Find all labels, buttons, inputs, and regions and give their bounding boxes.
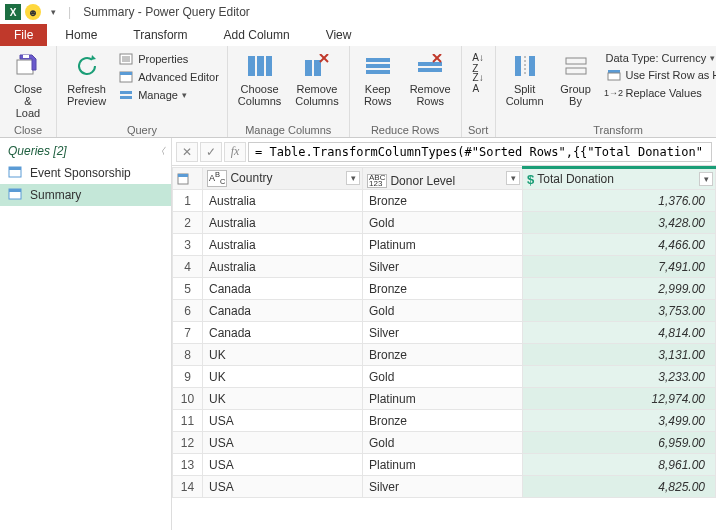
cell-level[interactable]: Platinum <box>363 234 523 256</box>
cell-country[interactable]: USA <box>203 454 363 476</box>
split-column-button[interactable]: Split Column <box>502 49 548 109</box>
query-item[interactable]: Summary <box>0 184 171 206</box>
cell-donation[interactable]: 2,999.00 <box>523 278 716 300</box>
cell-donation[interactable]: 8,961.00 <box>523 454 716 476</box>
sort-asc-button[interactable]: A↓Z <box>468 55 488 71</box>
cell-level[interactable]: Platinum <box>363 388 523 410</box>
query-item[interactable]: Event Sponsorship <box>0 162 171 184</box>
cell-donation[interactable]: 12,974.00 <box>523 388 716 410</box>
table-row[interactable]: 12USAGold6,959.00 <box>173 432 716 454</box>
table-row[interactable]: 5CanadaBronze2,999.00 <box>173 278 716 300</box>
table-row[interactable]: 8UKBronze3,131.00 <box>173 344 716 366</box>
row-number: 8 <box>173 344 203 366</box>
collapse-panel-icon[interactable]: 〈 <box>156 145 165 158</box>
table-row[interactable]: 6CanadaGold3,753.00 <box>173 300 716 322</box>
formula-cancel-button[interactable]: ✕ <box>176 142 198 162</box>
remove-rows-button[interactable]: Remove Rows <box>406 49 455 109</box>
cell-country[interactable]: UK <box>203 388 363 410</box>
formula-commit-button[interactable]: ✓ <box>200 142 222 162</box>
qat-dropdown-icon[interactable]: ▾ <box>44 3 62 21</box>
cell-donation[interactable]: 4,825.00 <box>523 476 716 498</box>
cell-level[interactable]: Gold <box>363 432 523 454</box>
data-type-button[interactable]: Data Type: Currency ▾ <box>604 51 716 65</box>
cell-level[interactable]: Bronze <box>363 190 523 212</box>
refresh-icon <box>72 51 102 81</box>
table-row[interactable]: 1AustraliaBronze1,376.00 <box>173 190 716 212</box>
cell-donation[interactable]: 6,959.00 <box>523 432 716 454</box>
cell-donation[interactable]: 3,753.00 <box>523 300 716 322</box>
data-table: ABC Country ▾ ABC123 Donor Level ▾ $ Tot… <box>172 166 716 498</box>
cell-country[interactable]: Canada <box>203 278 363 300</box>
cell-country[interactable]: UK <box>203 344 363 366</box>
sort-desc-button[interactable]: Z↓A <box>468 75 488 91</box>
formula-input[interactable] <box>248 142 712 162</box>
filter-donation-icon[interactable]: ▾ <box>699 172 713 186</box>
col-country[interactable]: ABC Country ▾ <box>203 168 363 190</box>
cell-country[interactable]: USA <box>203 432 363 454</box>
cell-country[interactable]: USA <box>203 410 363 432</box>
table-corner[interactable] <box>173 168 203 190</box>
advanced-editor-button[interactable]: Advanced Editor <box>116 69 221 85</box>
first-row-headers-button[interactable]: Use First Row as Hea <box>604 67 716 83</box>
cell-donation[interactable]: 4,466.00 <box>523 234 716 256</box>
table-row[interactable]: 2AustraliaGold3,428.00 <box>173 212 716 234</box>
cell-country[interactable]: Australia <box>203 234 363 256</box>
keep-rows-button[interactable]: Keep Rows <box>356 49 400 109</box>
table-row[interactable]: 14USASilver4,825.00 <box>173 476 716 498</box>
advanced-editor-icon <box>118 70 134 84</box>
choose-columns-button[interactable]: Choose Columns <box>234 49 285 109</box>
cell-level[interactable]: Gold <box>363 300 523 322</box>
cell-donation[interactable]: 4,814.00 <box>523 322 716 344</box>
cell-donation[interactable]: 3,131.00 <box>523 344 716 366</box>
cell-level[interactable]: Platinum <box>363 454 523 476</box>
cell-level[interactable]: Bronze <box>363 344 523 366</box>
table-row[interactable]: 9UKGold3,233.00 <box>173 366 716 388</box>
smiley-icon: ☻ <box>24 3 42 21</box>
group-query: Refresh Preview Properties Advanced Edit… <box>57 46 228 137</box>
cell-country[interactable]: Canada <box>203 300 363 322</box>
table-row[interactable]: 7CanadaSilver4,814.00 <box>173 322 716 344</box>
col-donor-level[interactable]: ABC123 Donor Level ▾ <box>363 168 523 190</box>
col-total-donation[interactable]: $ Total Donation ▾ <box>523 168 716 190</box>
cell-level[interactable]: Silver <box>363 476 523 498</box>
first-row-icon <box>606 68 622 82</box>
cell-country[interactable]: USA <box>203 476 363 498</box>
cell-country[interactable]: Australia <box>203 212 363 234</box>
refresh-preview-button[interactable]: Refresh Preview <box>63 49 110 109</box>
cell-donation[interactable]: 3,428.00 <box>523 212 716 234</box>
cell-country[interactable]: Australia <box>203 256 363 278</box>
table-row[interactable]: 3AustraliaPlatinum4,466.00 <box>173 234 716 256</box>
replace-values-button[interactable]: 1→2 Replace Values <box>604 85 716 101</box>
tab-file[interactable]: File <box>0 24 47 46</box>
cell-level[interactable]: Silver <box>363 322 523 344</box>
cell-country[interactable]: Canada <box>203 322 363 344</box>
properties-button[interactable]: Properties <box>116 51 221 67</box>
cell-country[interactable]: UK <box>203 366 363 388</box>
group-by-button[interactable]: Group By <box>554 49 598 109</box>
cell-country[interactable]: Australia <box>203 190 363 212</box>
cell-donation[interactable]: 3,499.00 <box>523 410 716 432</box>
cell-level[interactable]: Bronze <box>363 278 523 300</box>
table-row[interactable]: 13USAPlatinum8,961.00 <box>173 454 716 476</box>
filter-country-icon[interactable]: ▾ <box>346 171 360 185</box>
table-row[interactable]: 10UKPlatinum12,974.00 <box>173 388 716 410</box>
row-number: 7 <box>173 322 203 344</box>
cell-level[interactable]: Silver <box>363 256 523 278</box>
table-row[interactable]: 4AustraliaSilver7,491.00 <box>173 256 716 278</box>
cell-level[interactable]: Gold <box>363 366 523 388</box>
filter-level-icon[interactable]: ▾ <box>506 171 520 185</box>
cell-donation[interactable]: 1,376.00 <box>523 190 716 212</box>
tab-transform[interactable]: Transform <box>115 24 205 46</box>
table-row[interactable]: 11USABronze3,499.00 <box>173 410 716 432</box>
close-load-button[interactable]: Close & Load <box>6 49 50 121</box>
tab-home[interactable]: Home <box>47 24 115 46</box>
tab-view[interactable]: View <box>308 24 370 46</box>
cell-level[interactable]: Bronze <box>363 410 523 432</box>
remove-columns-button[interactable]: Remove Columns <box>291 49 342 109</box>
manage-button[interactable]: Manage ▾ <box>116 87 221 103</box>
cell-level[interactable]: Gold <box>363 212 523 234</box>
tab-add-column[interactable]: Add Column <box>206 24 308 46</box>
cell-donation[interactable]: 7,491.00 <box>523 256 716 278</box>
choose-columns-icon <box>245 51 275 81</box>
cell-donation[interactable]: 3,233.00 <box>523 366 716 388</box>
